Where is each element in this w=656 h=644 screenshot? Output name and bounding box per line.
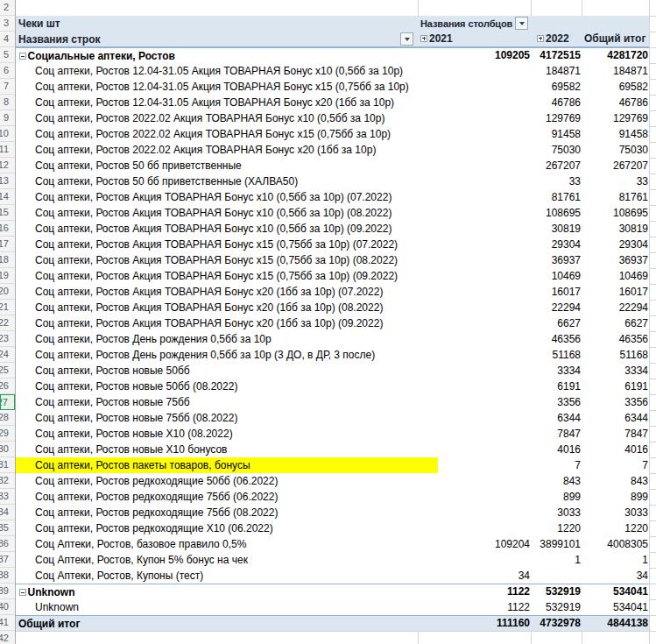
row-header-16[interactable]: 16 (0, 221, 15, 237)
value-total-cell[interactable]: 184871 (582, 63, 650, 79)
value-total-cell[interactable]: 81761 (582, 189, 650, 205)
row-label-cell[interactable]: Соц аптеки, Ростов 2022.02 Акция ТОВАРНА… (16, 126, 438, 142)
value-2021-cell[interactable]: 111160 (419, 616, 532, 632)
value-total-cell[interactable]: 22294 (582, 300, 650, 315)
row-label-cell[interactable]: Соц аптеки, Ростов новые Х10 бонусов (16, 442, 438, 457)
row-header-32[interactable]: 32 (0, 473, 15, 489)
row-label-cell[interactable]: Соц аптеки, Ростов Акция ТОВАРНАЯ Бонус … (16, 300, 438, 315)
row-header-8[interactable]: 8 (0, 95, 15, 110)
value-total-cell[interactable]: 3356 (582, 394, 650, 410)
value-total-cell[interactable]: 4016 (582, 442, 650, 457)
value-2021-cell[interactable] (419, 552, 532, 568)
row-label-cell[interactable]: Соц Аптеки, Ростов, Купоны (тест) (16, 568, 438, 584)
row-label-cell[interactable]: Соц аптеки, Ростов Акция ТОВАРНАЯ Бонус … (16, 315, 438, 331)
value-2021-cell[interactable] (419, 126, 532, 142)
row-label-cell[interactable]: Соц аптеки, Ростов пакеты товаров, бонус… (16, 457, 438, 473)
row-label-cell[interactable]: Соц аптеки, Ростов 2022.02 Акция ТОВАРНА… (16, 110, 438, 126)
value-total-cell[interactable]: 46356 (582, 331, 650, 347)
value-2022-cell[interactable]: 4732978 (532, 616, 582, 632)
value-total-cell[interactable]: 108695 (582, 205, 650, 221)
value-total-cell[interactable]: 10469 (582, 268, 650, 284)
row-header-29[interactable]: 29 (0, 426, 15, 442)
value-2021-cell[interactable] (419, 205, 532, 221)
value-2022-cell[interactable]: 7847 (532, 426, 582, 442)
value-2022-cell[interactable]: 46356 (532, 331, 582, 347)
value-total-cell[interactable]: 75030 (582, 142, 650, 158)
row-label-cell[interactable]: Соц аптеки, Ростов День рождения 0,5бб з… (16, 347, 438, 363)
value-2021-cell[interactable] (419, 520, 532, 536)
value-2021-cell[interactable]: 1122 (419, 599, 532, 615)
value-total-cell[interactable]: 6191 (582, 379, 650, 394)
value-2021-cell[interactable] (419, 268, 532, 284)
row-header-30[interactable]: 30 (0, 442, 15, 457)
value-2022-cell[interactable]: 3334 (532, 363, 582, 379)
row-header-4[interactable]: 4 (0, 32, 15, 47)
row-label-cell[interactable]: Соц аптеки, Ростов 50 бб приветственные … (16, 173, 438, 189)
value-total-cell[interactable]: 1220 (582, 520, 650, 536)
value-2022-cell[interactable]: 4172515 (532, 48, 582, 64)
row-header-35[interactable]: 35 (0, 520, 15, 536)
column-header-2022[interactable]: 2022 (537, 32, 569, 46)
row-label-cell[interactable]: Соц аптеки, Ростов Акция ТОВАРНАЯ Бонус … (16, 284, 438, 300)
value-2021-cell[interactable] (419, 142, 532, 158)
value-2022-cell[interactable]: 51168 (532, 347, 582, 363)
row-header-22[interactable]: 22 (0, 315, 15, 331)
value-2022-cell[interactable]: 7 (532, 457, 582, 473)
row-label-cell[interactable]: Соц аптеки, Ростов 12.04-31.05 Акция ТОВ… (16, 95, 438, 110)
row-header-40[interactable]: 40 (0, 599, 15, 615)
value-total-cell[interactable]: 46786 (582, 95, 650, 110)
row-label-cell[interactable]: Соц аптеки, Ростов Акция ТОВАРНАЯ Бонус … (16, 268, 438, 284)
row-header-39[interactable]: 39 (0, 584, 15, 599)
collapse-icon[interactable] (19, 589, 26, 596)
value-2021-cell[interactable] (419, 363, 532, 379)
row-label-cell[interactable]: Соц аптеки, Ростов 2022.02 Акция ТОВАРНА… (16, 142, 438, 158)
value-2022-cell[interactable]: 129769 (532, 110, 582, 126)
value-2022-cell[interactable]: 3899101 (532, 536, 582, 552)
row-header-7[interactable]: 7 (0, 79, 15, 95)
row-header-18[interactable]: 18 (0, 252, 15, 268)
row-header-31[interactable]: 31 (0, 457, 15, 473)
row-label-cell[interactable]: Соц аптеки, Ростов Акция ТОВАРНАЯ Бонус … (16, 205, 438, 221)
value-2022-cell[interactable] (532, 568, 582, 584)
value-2022-cell[interactable]: 1220 (532, 520, 582, 536)
value-2021-cell[interactable] (419, 189, 532, 205)
row-header-2[interactable]: 2 (0, 0, 15, 16)
row-header-19[interactable]: 19 (0, 268, 15, 284)
value-2021-cell[interactable] (419, 331, 532, 347)
value-2021-cell[interactable] (419, 505, 532, 520)
row-label-cell[interactable]: Соц аптеки, Ростов новые Х10 (08.2022) (16, 426, 438, 442)
row-label-cell[interactable]: Соц аптеки, Ростов 12.04-31.05 Акция ТОВ… (16, 63, 438, 79)
row-label-cell[interactable]: Соц аптеки, Ростов 12.04-31.05 Акция ТОВ… (16, 79, 438, 95)
row-header-11[interactable]: 11 (0, 142, 15, 158)
value-2021-cell[interactable]: 1122 (419, 584, 532, 600)
row-header-25[interactable]: 25 (0, 363, 15, 379)
value-2021-cell[interactable] (419, 79, 532, 95)
expand-icon[interactable] (537, 35, 544, 42)
value-2022-cell[interactable]: 16017 (532, 284, 582, 300)
value-2022-cell[interactable]: 899 (532, 489, 582, 505)
value-total-cell[interactable]: 16017 (582, 284, 650, 300)
value-2022-cell[interactable]: 108695 (532, 205, 582, 221)
value-total-cell[interactable]: 3334 (582, 363, 650, 379)
row-header-17[interactable]: 17 (0, 237, 15, 252)
row-header-34[interactable]: 34 (0, 505, 15, 520)
value-2022-cell[interactable]: 3033 (532, 505, 582, 520)
row-label-cell[interactable]: Unknown (16, 599, 438, 615)
value-total-cell[interactable]: 33 (582, 173, 650, 189)
row-label-cell[interactable]: Соц аптеки, Ростов Акция ТОВАРНАЯ Бонус … (16, 252, 438, 268)
column-header-2021[interactable]: 2021 (420, 32, 453, 46)
value-2022-cell[interactable]: 6627 (532, 315, 582, 331)
value-total-cell[interactable]: 36937 (582, 252, 650, 268)
row-header-9[interactable]: 9 (0, 110, 15, 126)
row-header-27[interactable]: 27 (0, 394, 15, 410)
value-total-cell[interactable]: 1 (582, 552, 650, 568)
value-total-cell[interactable]: 4844138 (582, 616, 650, 632)
row-label-cell[interactable]: Соц аптеки, Ростов редкоходящие 75бб (06… (16, 489, 438, 505)
value-2021-cell[interactable] (419, 442, 532, 457)
row-header-21[interactable]: 21 (0, 300, 15, 315)
row-label-cell[interactable]: Соц аптеки, Ростов Акция ТОВАРНАЯ Бонус … (16, 221, 438, 237)
value-2021-cell[interactable] (419, 221, 532, 237)
row-label-cell[interactable]: Социальные аптеки, Ростов (16, 48, 422, 64)
row-header-37[interactable]: 37 (0, 552, 15, 568)
row-label-cell[interactable]: Соц аптеки, Ростов новые 50бб (16, 363, 438, 379)
